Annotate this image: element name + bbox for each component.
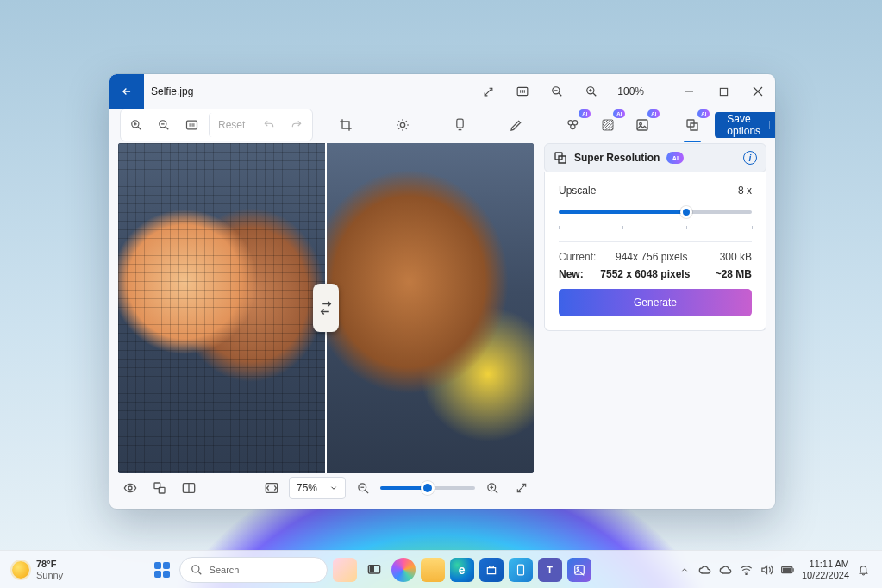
- background-tool[interactable]: AI: [596, 113, 620, 137]
- fit-screen-button[interactable]: [260, 476, 284, 500]
- onedrive-icon[interactable]: [698, 563, 712, 577]
- toolbar-zoom-in[interactable]: [124, 113, 148, 137]
- fit-to-window-button[interactable]: [509, 78, 536, 105]
- cloud-icon[interactable]: [719, 563, 733, 577]
- actual-size-icon: [516, 86, 529, 97]
- upscale-slider[interactable]: [559, 202, 752, 222]
- canvas-zoom-slider[interactable]: [380, 478, 475, 498]
- open-external-button[interactable]: [474, 78, 502, 105]
- notifications-icon[interactable]: [856, 563, 870, 577]
- start-button[interactable]: [150, 558, 174, 582]
- zoom-in-icon: [585, 85, 597, 97]
- current-dimensions-row: Current: 944x 756 pixels 300 kB: [559, 251, 752, 263]
- svg-rect-28: [574, 565, 584, 574]
- zoom-in-icon: [486, 482, 499, 495]
- fit-screen-icon: [265, 482, 278, 494]
- canvas-zoom-select[interactable]: 75%: [289, 477, 346, 499]
- close-button[interactable]: [744, 78, 772, 105]
- taskbar-store[interactable]: [479, 558, 504, 582]
- expand-diagonal-icon: [483, 86, 494, 97]
- restyle-tool[interactable]: AI: [630, 113, 654, 137]
- save-options-button[interactable]: Save options: [715, 112, 775, 138]
- info-button[interactable]: i: [743, 151, 757, 165]
- toggle-preview-button[interactable]: [118, 476, 142, 500]
- photos-icon: [573, 564, 585, 576]
- svg-point-11: [571, 124, 575, 128]
- svg-point-16: [128, 486, 132, 490]
- panel-title: Super Resolution: [574, 152, 660, 164]
- adjust-tool[interactable]: [391, 113, 415, 137]
- svg-rect-0: [517, 87, 528, 95]
- ai-badge-icon: AI: [666, 152, 684, 164]
- filter-tool[interactable]: [447, 113, 472, 137]
- tray-chevron-up[interactable]: [678, 563, 691, 577]
- sun-icon: [12, 561, 29, 579]
- crop-icon: [339, 118, 353, 132]
- chevron-down-icon: [329, 484, 338, 492]
- toolbar-fit[interactable]: [179, 113, 203, 137]
- fullscreen-button[interactable]: [510, 476, 534, 500]
- eye-icon: [123, 481, 137, 495]
- taskbar-file-explorer[interactable]: [421, 558, 445, 582]
- store-icon: [485, 564, 497, 576]
- actual-size-icon: [185, 120, 198, 130]
- toolbar-tools-group: AI AI AI AI: [334, 113, 704, 137]
- system-tray[interactable]: 11:11 AM 10/22/2024: [678, 559, 870, 579]
- wifi-icon[interactable]: [740, 563, 754, 577]
- restyle-icon: [635, 118, 649, 132]
- canvas-zoom-out[interactable]: [351, 476, 375, 500]
- toolbar-zoom-out[interactable]: [152, 113, 176, 137]
- super-resolution-icon: [554, 151, 567, 165]
- chevron-down-icon: [769, 121, 775, 129]
- taskbar-task-view[interactable]: [362, 558, 386, 582]
- battery-icon[interactable]: [781, 563, 795, 577]
- canvas-zoom-value: 75%: [297, 482, 317, 494]
- toolbar-zoom-group: Reset: [120, 109, 313, 141]
- minimize-button[interactable]: [675, 78, 703, 105]
- panel-header: Super Resolution AI i: [544, 143, 766, 172]
- undo-button[interactable]: [257, 113, 281, 137]
- split-view-icon: [182, 482, 196, 494]
- taskbar-clock[interactable]: 11:11 AM 10/22/2024: [802, 559, 849, 579]
- taskbar-phone-link[interactable]: [509, 558, 533, 582]
- svg-rect-6: [186, 121, 197, 129]
- maximize-button[interactable]: [710, 78, 737, 105]
- zoom-in-button[interactable]: [578, 78, 605, 105]
- search-icon: [191, 564, 203, 576]
- zoom-out-button[interactable]: [543, 78, 571, 105]
- crop-tool[interactable]: [334, 113, 358, 137]
- taskbar-copilot[interactable]: [391, 558, 416, 582]
- super-resolution-tool[interactable]: AI: [680, 113, 704, 137]
- compare-toggle-button[interactable]: [147, 476, 172, 500]
- split-view-button[interactable]: [177, 476, 201, 500]
- after-image: [326, 143, 534, 473]
- zoom-in-icon: [130, 119, 142, 131]
- compare-handle[interactable]: [313, 284, 339, 332]
- taskbar-teams[interactable]: T: [538, 558, 562, 582]
- pen-icon: [510, 118, 523, 132]
- markup-tool[interactable]: [504, 113, 529, 137]
- taskbar-app-widgets[interactable]: [333, 558, 357, 582]
- zoom-out-icon: [357, 482, 370, 495]
- slider-thumb[interactable]: [680, 206, 692, 218]
- generate-button[interactable]: Generate: [559, 289, 752, 316]
- new-pixels: 7552 x 6048 pixels: [600, 268, 690, 280]
- svg-point-29: [577, 567, 579, 569]
- taskbar-edge[interactable]: e: [450, 558, 474, 582]
- super-resolution-icon: [685, 118, 699, 132]
- weather-widget[interactable]: 78°F Sunny: [12, 559, 63, 579]
- canvas-zoom-in[interactable]: [480, 476, 504, 500]
- new-size: ~28 MB: [707, 268, 752, 280]
- taskbar-search[interactable]: Search: [179, 557, 328, 583]
- slider-thumb[interactable]: [421, 481, 435, 495]
- generative-erase-icon: [566, 118, 580, 132]
- taskbar-photos[interactable]: [567, 558, 591, 582]
- volume-icon[interactable]: [760, 563, 774, 577]
- undo-icon: [263, 119, 275, 131]
- svg-rect-27: [517, 565, 523, 575]
- redo-button[interactable]: [285, 113, 309, 137]
- erase-tool[interactable]: AI: [561, 113, 585, 137]
- back-button[interactable]: [109, 74, 144, 109]
- reset-button[interactable]: Reset: [209, 113, 253, 137]
- image-canvas[interactable]: [118, 143, 534, 473]
